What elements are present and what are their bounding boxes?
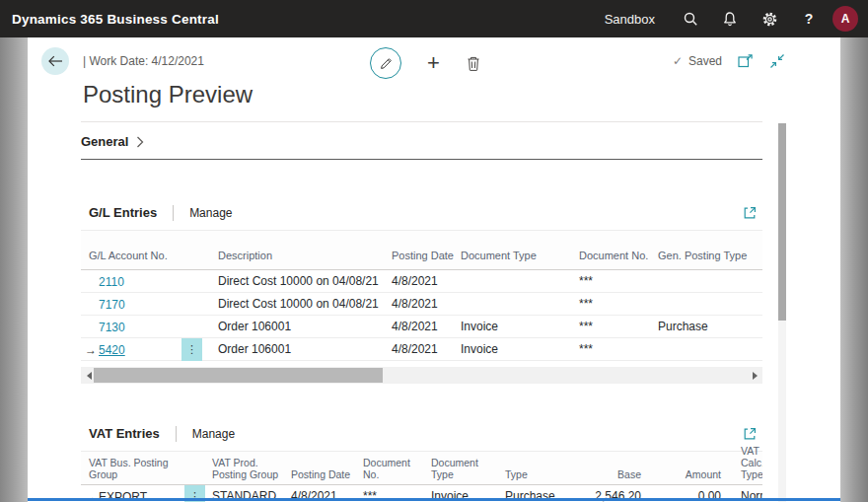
row-options-cell: ⋮ bbox=[180, 338, 204, 361]
gl-entries-card-header: G/L Entries Manage bbox=[81, 195, 762, 230]
notifications-bell-icon[interactable] bbox=[710, 0, 750, 37]
column-header-gen-posting-type[interactable]: Gen. Posting Type bbox=[656, 250, 762, 269]
gl-account-cell[interactable]: 7130 bbox=[81, 316, 180, 338]
column-header-options bbox=[182, 480, 207, 484]
column-header-document-type[interactable]: Document Type bbox=[459, 250, 577, 269]
section-general-label: General bbox=[81, 134, 128, 150]
column-header-posting-date[interactable]: Posting Date bbox=[390, 250, 459, 269]
column-header-document-no[interactable]: Document No. bbox=[577, 250, 656, 269]
header-divider bbox=[173, 205, 174, 221]
gl-manage-tab[interactable]: Manage bbox=[189, 206, 232, 220]
row-options-cell bbox=[180, 316, 204, 338]
scroll-right-arrow[interactable] bbox=[747, 367, 762, 384]
desktop-background-left bbox=[0, 37, 28, 502]
column-header-posting-date[interactable]: Posting Date bbox=[284, 468, 357, 484]
saved-label: Saved bbox=[688, 54, 722, 68]
delete-button[interactable] bbox=[466, 55, 481, 72]
gl-entries-card: G/L Entries Manage G/L Account No. Descr… bbox=[81, 195, 762, 384]
gl-table-row-selected: →5420 ⋮ Order 106001 4/8/2021 Invoice **… bbox=[81, 338, 762, 361]
column-header-document-type[interactable]: Document Type bbox=[425, 457, 499, 484]
column-header-options bbox=[180, 261, 204, 269]
gen-posting-type-cell[interactable] bbox=[656, 270, 762, 293]
row-options-cell bbox=[180, 293, 204, 316]
gl-account-cell[interactable]: 7170 bbox=[81, 293, 180, 316]
column-header-gl-account-no[interactable]: G/L Account No. bbox=[81, 250, 180, 269]
gl-account-link[interactable]: 7170 bbox=[99, 294, 125, 316]
work-date-label: | Work Date: 4/12/2021 bbox=[83, 54, 204, 68]
description-cell[interactable]: Direct Cost 10000 on 04/08/21 bbox=[204, 293, 390, 316]
posting-preview-page: | Work Date: 4/12/2021 + ✓ Saved Posting… bbox=[28, 37, 840, 502]
arrow-left-icon bbox=[47, 55, 63, 67]
document-type-cell[interactable]: Invoice bbox=[459, 338, 577, 361]
column-header-type[interactable]: Type bbox=[499, 468, 574, 484]
gl-account-link[interactable]: 5420 bbox=[99, 339, 125, 361]
column-header-description[interactable]: Description bbox=[204, 250, 390, 269]
back-button[interactable] bbox=[41, 47, 69, 75]
save-status: ✓ Saved bbox=[673, 54, 722, 68]
document-type-cell[interactable] bbox=[459, 270, 577, 293]
column-header-document-no[interactable]: Document No. bbox=[357, 457, 425, 484]
app-title[interactable]: Dynamics 365 Business Central bbox=[12, 12, 219, 27]
help-icon[interactable]: ? bbox=[789, 0, 829, 37]
column-header-amount[interactable]: Amount bbox=[648, 468, 727, 484]
current-row-arrow-icon: → bbox=[85, 339, 99, 361]
topbar-actions: Sandbox ? A bbox=[605, 0, 868, 37]
collapse-arrows-icon bbox=[769, 53, 785, 69]
column-header-vat-calc-type[interactable]: VAT Calc. Type bbox=[727, 445, 762, 484]
document-no-cell[interactable]: *** bbox=[577, 293, 656, 316]
column-header-vat-prod-posting-group[interactable]: VAT Prod. Posting Group bbox=[207, 457, 284, 484]
chevron-right-icon bbox=[136, 136, 144, 148]
edit-button[interactable] bbox=[370, 47, 401, 79]
section-general[interactable]: General bbox=[81, 134, 762, 160]
vertical-scroll-thumb[interactable] bbox=[778, 123, 786, 321]
horizontal-scroll-thumb[interactable] bbox=[94, 368, 383, 383]
vat-expand-card-button[interactable] bbox=[743, 427, 757, 441]
gl-account-cell[interactable]: →5420 bbox=[81, 338, 180, 361]
posting-date-cell[interactable]: 4/8/2021 bbox=[390, 338, 459, 361]
document-no-cell[interactable]: *** bbox=[577, 338, 656, 361]
bottom-focus-line bbox=[28, 498, 840, 501]
vat-manage-tab[interactable]: Manage bbox=[192, 427, 235, 441]
document-type-cell[interactable]: Invoice bbox=[459, 316, 577, 338]
column-header-base[interactable]: Base bbox=[574, 468, 648, 484]
gl-account-cell[interactable]: 2110 bbox=[81, 270, 180, 293]
gl-account-link[interactable]: 7130 bbox=[99, 317, 125, 338]
settings-gear-icon[interactable] bbox=[750, 0, 789, 37]
description-cell[interactable]: Order 106001 bbox=[204, 316, 390, 338]
description-cell[interactable]: Direct Cost 10000 on 04/08/21 bbox=[204, 270, 390, 293]
horizontal-scrollbar[interactable] bbox=[81, 367, 762, 384]
row-options-cell bbox=[180, 270, 204, 293]
posting-date-cell[interactable]: 4/8/2021 bbox=[390, 270, 459, 293]
vertical-scrollbar[interactable] bbox=[778, 123, 786, 502]
vat-entries-card: VAT Entries Manage VAT Bus. Posting Grou… bbox=[81, 416, 762, 502]
search-icon[interactable] bbox=[671, 0, 710, 37]
gen-posting-type-cell[interactable] bbox=[656, 293, 762, 316]
gl-table-header: G/L Account No. Description Posting Date… bbox=[81, 230, 762, 270]
gl-expand-card-button[interactable] bbox=[743, 206, 757, 220]
document-type-cell[interactable] bbox=[459, 293, 577, 316]
expand-card-icon bbox=[743, 206, 757, 220]
expand-card-icon bbox=[743, 427, 757, 441]
document-no-cell[interactable]: *** bbox=[577, 316, 656, 338]
gl-table-row: 7170 Direct Cost 10000 on 04/08/21 4/8/2… bbox=[81, 293, 762, 316]
collapse-button[interactable] bbox=[769, 53, 785, 69]
open-in-window-icon bbox=[738, 54, 754, 68]
gl-account-link[interactable]: 2110 bbox=[99, 271, 124, 293]
gl-table-row: 2110 Direct Cost 10000 on 04/08/21 4/8/2… bbox=[81, 270, 762, 293]
vat-entries-card-header: VAT Entries Manage bbox=[81, 416, 762, 451]
new-button[interactable]: + bbox=[427, 52, 440, 74]
row-more-options-button[interactable]: ⋮ bbox=[181, 338, 202, 361]
posting-date-cell[interactable]: 4/8/2021 bbox=[390, 293, 459, 316]
header-divider bbox=[176, 426, 177, 442]
gl-table-row: 7130 Order 106001 4/8/2021 Invoice *** P… bbox=[81, 316, 762, 338]
column-header-vat-bus-posting-group[interactable]: VAT Bus. Posting Group bbox=[81, 457, 182, 484]
avatar[interactable]: A bbox=[832, 6, 858, 32]
environment-badge[interactable]: Sandbox bbox=[605, 12, 655, 27]
gen-posting-type-cell[interactable]: Purchase bbox=[656, 316, 762, 338]
document-no-cell[interactable]: *** bbox=[577, 270, 656, 293]
check-icon: ✓ bbox=[673, 54, 683, 68]
description-cell[interactable]: Order 106001 bbox=[204, 338, 390, 361]
posting-date-cell[interactable]: 4/8/2021 bbox=[390, 316, 459, 338]
gen-posting-type-cell[interactable] bbox=[656, 338, 762, 361]
open-in-window-button[interactable] bbox=[738, 54, 754, 68]
